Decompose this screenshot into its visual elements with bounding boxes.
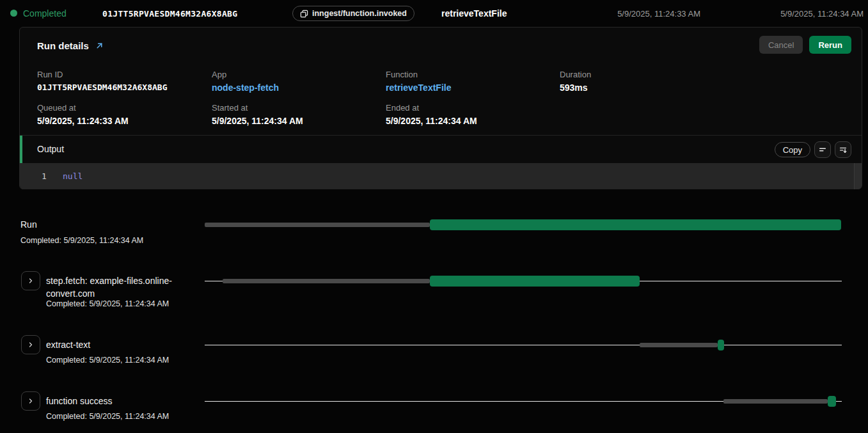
trace-step-completed: Completed: 5/9/2025, 11:24:34 AM [46,412,169,421]
run-id-text: 01JTT5RPVAESDM46M32A6X8ABG [102,9,237,19]
panel-title-text: Run details [37,40,89,51]
queued-timestamp: 5/9/2025, 11:24:33 AM [617,9,700,19]
trigger-event-badge[interactable]: inngest/function.invoked [292,6,414,21]
trace-step-completed: Completed: 5/9/2025, 11:24:34 AM [46,299,169,308]
event-badge-label: inngest/function.invoked [312,9,407,18]
trace-step-completed: Completed: 5/9/2025, 11:24:34 AM [46,356,169,365]
field-label: Queued at [37,103,203,113]
field-function: Function retrieveTextFile [386,70,552,93]
cancel-button[interactable]: Cancel [759,36,803,54]
run-duration-bar [718,340,724,350]
run-duration-bar [430,276,640,287]
expand-step-button[interactable] [21,335,40,354]
panel-title: Run details [37,40,104,51]
field-label: Ended at [386,103,552,113]
chevron-right-icon [27,277,35,285]
function-link[interactable]: retrieveTextFile [386,83,552,93]
function-name-text: retrieveTextFile [441,8,507,19]
chevron-right-icon [27,397,35,405]
field-started-at: Started at 5/9/2025, 11:24:34 AM [212,103,378,126]
trace-timeline-track[interactable] [205,276,842,287]
stacked-windows-icon [300,10,308,18]
trace-timeline-track[interactable] [205,219,842,230]
run-duration-bar [430,219,841,230]
timeline-baseline [205,345,842,345]
output-title: Output [37,144,64,154]
field-value: 5/9/2025, 11:24:34 AM [212,116,378,126]
trace-step-completed: Completed: 5/9/2025, 11:24:34 AM [20,236,143,245]
field-run-id: Run ID 01JTT5RPVAESDM46M32A6X8ABG [37,70,203,92]
trace-step-name: function success [46,396,113,406]
copy-button[interactable]: Copy [775,142,810,157]
chevron-right-icon [27,341,35,349]
queued-duration-bar [223,279,430,283]
expand-step-button[interactable] [21,271,40,290]
queued-duration-bar [205,223,430,227]
field-label: Run ID [37,70,203,79]
field-duration: Duration 593ms [560,70,726,93]
line-number: 1 [42,171,47,181]
output-accent-bar [20,136,22,164]
trace-step-name: step.fetch: example-files.online-convert… [46,274,206,300]
trace-timeline-track[interactable] [205,340,842,350]
output-value: null [63,171,83,181]
field-value: 5/9/2025, 11:24:34 AM [386,116,552,126]
rerun-button[interactable]: Rerun [809,36,851,54]
field-value: 593ms [560,83,726,93]
wrap-lines-button[interactable] [814,141,831,158]
app-link[interactable]: node-step-fetch [212,83,378,93]
status-dot-icon [10,10,17,17]
run-duration-bar [828,396,836,407]
field-ended-at: Ended at 5/9/2025, 11:24:34 AM [386,103,552,126]
trace-step-name: extract-text [46,340,90,350]
field-value: 5/9/2025, 11:24:33 AM [37,116,203,126]
field-queued-at: Queued at 5/9/2025, 11:24:33 AM [37,103,203,126]
run-details-panel: Run details Cancel Rerun Run ID 01JTT5RP… [19,27,862,189]
open-external-icon[interactable] [95,42,104,50]
run-status: Completed [23,8,67,19]
field-label: Function [386,70,552,79]
trace-step-name: Run [20,219,37,230]
output-scrollbar[interactable] [854,163,862,189]
expand-step-button[interactable] [21,391,40,411]
field-app: App node-step-fetch [212,70,378,93]
trace-timeline-track[interactable] [205,396,842,407]
started-timestamp: 5/9/2025, 11:24:34 AM [780,9,864,19]
lines-down-arrow-icon [839,145,848,154]
queued-duration-bar [723,399,828,404]
expand-output-button[interactable] [835,141,851,158]
run-summary-bar: Completed 01JTT5RPVAESDM46M32A6X8ABG inn… [0,0,868,27]
queued-duration-bar [640,343,718,347]
output-code-viewer[interactable]: 1 null [20,163,862,189]
output-section-header: Output Copy [20,135,862,163]
field-label: Duration [560,70,726,79]
field-value: 01JTT5RPVAESDM46M32A6X8ABG [37,83,203,92]
field-label: Started at [212,103,378,113]
field-label: App [212,70,378,79]
text-lines-icon [818,145,827,154]
